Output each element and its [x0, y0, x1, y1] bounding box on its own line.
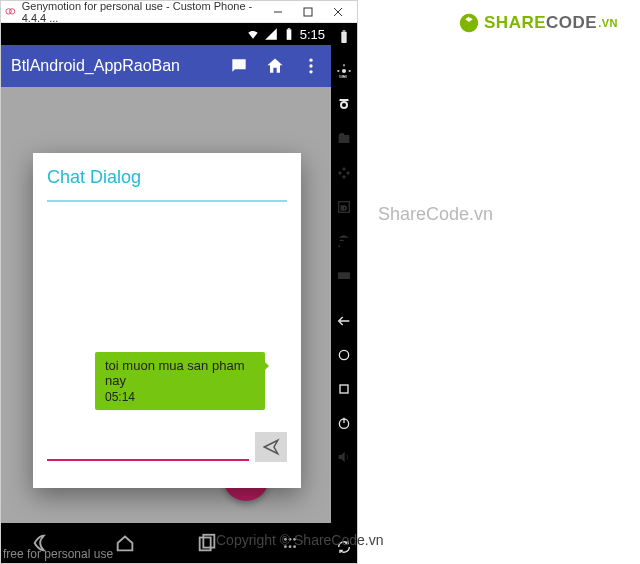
dialog-title: Chat Dialog	[47, 167, 287, 188]
svg-rect-19	[341, 32, 346, 43]
network-sidebar-icon[interactable]	[336, 233, 352, 249]
send-button[interactable]	[255, 432, 287, 462]
phone-sidebar-icon[interactable]	[336, 267, 352, 283]
logo-domain: .VN	[598, 17, 618, 29]
svg-rect-26	[339, 135, 350, 143]
copyright-text: Copyright © ShareCode.vn	[216, 532, 384, 548]
emulator-window: Genymotion for personal use - Custom Pho…	[0, 0, 358, 564]
logo-text-green: SHARE	[484, 13, 546, 33]
svg-point-31	[339, 275, 340, 276]
chat-message-time: 05:14	[105, 390, 255, 404]
svg-point-32	[342, 275, 343, 276]
signal-icon	[264, 27, 278, 41]
window-minimize-button[interactable]	[263, 2, 293, 22]
svg-rect-20	[343, 30, 346, 31]
window-titlebar: Genymotion for personal use - Custom Pho…	[1, 1, 357, 23]
svg-point-24	[342, 103, 346, 107]
message-icon[interactable]	[229, 56, 249, 76]
recents-button[interactable]	[196, 532, 218, 554]
svg-point-1	[9, 8, 14, 13]
watermark-free-text: free for personal use	[3, 547, 113, 561]
identifier-sidebar-icon[interactable]: ID	[336, 199, 352, 215]
chat-message-text: toi muon mua san pham nay	[105, 358, 255, 388]
overflow-menu-icon[interactable]	[301, 56, 321, 76]
app-bar: BtlAndroid_AppRaoBan	[1, 45, 331, 87]
camera-sidebar-icon[interactable]	[336, 97, 352, 113]
svg-text:ID: ID	[341, 205, 348, 211]
phone-screen: 5:15 BtlAndroid_AppRaoBan Chat Dialog	[1, 23, 331, 563]
message-input[interactable]	[47, 433, 249, 461]
app-title: BtlAndroid_AppRaoBan	[11, 57, 213, 75]
svg-rect-35	[340, 385, 348, 393]
svg-point-10	[309, 70, 312, 73]
svg-point-34	[339, 350, 348, 359]
home-button[interactable]	[114, 532, 136, 554]
svg-point-29	[338, 245, 340, 247]
capture-sidebar-icon[interactable]	[336, 131, 352, 147]
window-title: Genymotion for personal use - Custom Pho…	[22, 0, 263, 24]
svg-rect-7	[288, 28, 290, 29]
wifi-icon	[246, 27, 260, 41]
svg-rect-6	[286, 29, 291, 39]
sidebar-power-icon[interactable]	[336, 415, 352, 431]
logo-text-gray: CODE	[546, 13, 597, 33]
svg-point-33	[345, 275, 346, 276]
gps-sidebar-icon[interactable]: GPS	[336, 63, 352, 79]
sharecode-logo-icon	[458, 12, 480, 34]
window-maximize-button[interactable]	[293, 2, 323, 22]
sharecode-logo: SHARECODE.VN	[458, 12, 618, 34]
svg-rect-3	[304, 8, 312, 16]
battery-sidebar-icon[interactable]	[336, 29, 352, 45]
dialog-divider	[47, 200, 287, 202]
emulator-sidebar: GPS ID	[331, 23, 357, 563]
sidebar-back-icon[interactable]	[336, 313, 352, 329]
battery-icon	[282, 27, 296, 41]
chat-bubble-sent: toi muon mua san pham nay 05:14	[95, 352, 265, 410]
home-icon[interactable]	[265, 56, 285, 76]
volume-up-icon[interactable]	[336, 449, 352, 465]
svg-rect-25	[339, 99, 348, 101]
svg-point-9	[309, 64, 312, 67]
sidebar-recents-icon[interactable]	[336, 381, 352, 397]
android-status-bar: 5:15	[1, 23, 331, 45]
window-close-button[interactable]	[323, 2, 353, 22]
sidebar-home-icon[interactable]	[336, 347, 352, 363]
remote-sidebar-icon[interactable]	[336, 165, 352, 181]
chat-dialog: Chat Dialog toi muon mua san pham nay 05…	[33, 153, 301, 488]
svg-point-21	[342, 69, 346, 73]
genymotion-icon	[5, 6, 16, 18]
svg-point-8	[309, 59, 312, 62]
watermark-text: ShareCode.vn	[378, 204, 493, 225]
svg-text:GPS: GPS	[339, 74, 348, 79]
message-list: toi muon mua san pham nay 05:14	[47, 210, 287, 410]
status-time: 5:15	[300, 27, 325, 42]
